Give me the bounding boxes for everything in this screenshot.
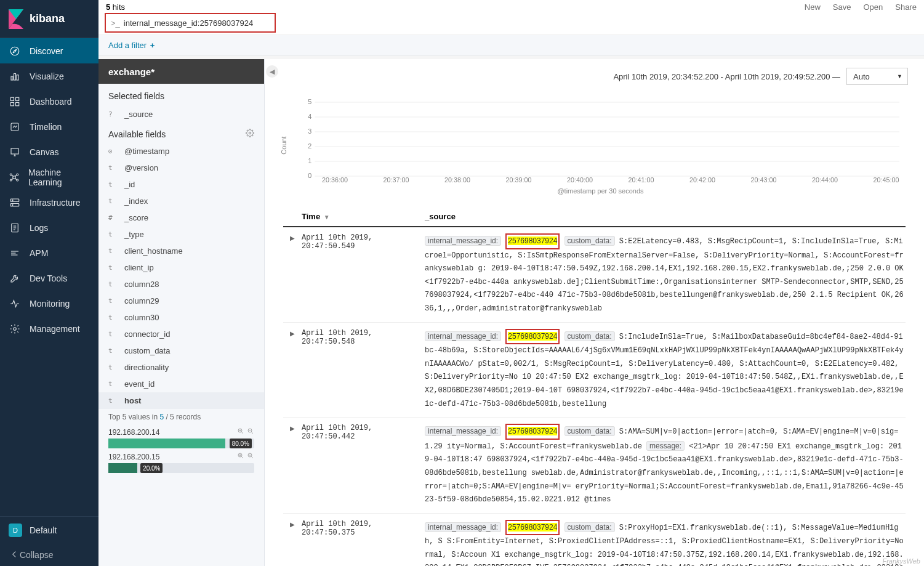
- svg-point-33: [14, 327, 17, 330]
- add-filter-button[interactable]: Add a filter +: [108, 41, 155, 50]
- field-item[interactable]: tconnector_id: [98, 326, 264, 342]
- bar-chart-icon: [9, 70, 21, 83]
- zoom-out-icon[interactable]: [247, 427, 254, 437]
- field-item[interactable]: thost: [98, 392, 264, 409]
- svg-marker-1: [13, 49, 17, 53]
- nav-apm[interactable]: APM: [0, 240, 98, 265]
- svg-rect-8: [16, 102, 19, 105]
- source-cell: internal_message_id: 257698037924 custom…: [425, 329, 906, 411]
- svg-rect-7: [10, 102, 14, 105]
- svg-text:20:37:00: 20:37:00: [383, 177, 409, 182]
- field-item[interactable]: ⊙@timestamp: [98, 143, 264, 160]
- svg-text:20:42:00: 20:42:00: [689, 177, 715, 182]
- open-button[interactable]: Open: [863, 2, 883, 12]
- field-badge: internal_message_id:: [425, 426, 501, 436]
- dashboard-icon: [9, 95, 21, 108]
- nav-monitoring[interactable]: Monitoring: [0, 291, 98, 316]
- search-input[interactable]: >_ internal_message_id:257698037924: [105, 13, 276, 33]
- svg-text:20:38:00: 20:38:00: [444, 177, 470, 182]
- chevron-left-icon: [9, 549, 20, 562]
- expand-row-icon[interactable]: ▶: [283, 520, 302, 566]
- field-item[interactable]: tclient_ip: [98, 259, 264, 276]
- interval-select[interactable]: Auto: [846, 68, 908, 85]
- nav-dev-tools[interactable]: Dev Tools: [0, 265, 98, 291]
- svg-line-41: [252, 432, 254, 434]
- svg-rect-10: [11, 148, 18, 154]
- field-item[interactable]: tevent_id: [98, 376, 264, 392]
- expand-row-icon[interactable]: ▶: [283, 424, 302, 507]
- space-label: Default: [30, 525, 57, 535]
- zoom-in-icon[interactable]: [237, 452, 244, 461]
- svg-point-24: [12, 200, 14, 201]
- svg-point-25: [12, 204, 14, 206]
- expand-row-icon[interactable]: ▶: [283, 329, 302, 411]
- table-row: ▶ April 10th 2019, 20:47:50.442 internal…: [283, 417, 906, 513]
- nav-timelion[interactable]: Timelion: [0, 114, 98, 139]
- top-values-header: Top 5 values in 5 / 5 records: [98, 409, 264, 425]
- logo[interactable]: kibana: [0, 0, 98, 38]
- space-badge: D: [9, 524, 22, 537]
- svg-text:3: 3: [308, 128, 311, 135]
- svg-text:2: 2: [308, 143, 311, 150]
- collapse-fields-icon[interactable]: ◀: [266, 65, 278, 78]
- nav-discover[interactable]: Discover: [0, 38, 98, 63]
- col-time-header[interactable]: Time ▼: [302, 212, 425, 221]
- selected-fields-header: Selected fields: [98, 84, 264, 106]
- nav-management[interactable]: Management: [0, 316, 98, 341]
- field-item[interactable]: t@version: [98, 160, 264, 176]
- svg-text:20:45:00: 20:45:00: [873, 177, 899, 182]
- nav-machine-learning[interactable]: Machine Learning: [0, 164, 98, 190]
- hits-label: hits: [113, 2, 125, 12]
- time-cell: April 10th 2019, 20:47:50.442: [302, 424, 425, 507]
- watermark: FrankysWeb: [882, 557, 920, 565]
- svg-line-38: [242, 432, 244, 434]
- svg-text:20:36:00: 20:36:00: [322, 177, 348, 182]
- field-item[interactable]: tdirectionality: [98, 359, 264, 376]
- gear-icon[interactable]: [246, 129, 254, 139]
- timelion-icon: [9, 121, 21, 133]
- field-item[interactable]: t_index: [98, 193, 264, 209]
- nav-logs[interactable]: Logs: [0, 215, 98, 240]
- field-item[interactable]: tcolumn29: [98, 293, 264, 309]
- col-source-header[interactable]: _source: [425, 212, 906, 221]
- brand-name: kibana: [30, 12, 65, 25]
- svg-rect-3: [14, 73, 16, 80]
- field-item[interactable]: tclient_hostname: [98, 243, 264, 259]
- svg-rect-5: [10, 97, 14, 100]
- nav-infrastructure[interactable]: Infrastructure: [0, 190, 98, 215]
- field-item[interactable]: tcustom_data: [98, 342, 264, 359]
- index-pattern-selector[interactable]: exchange*: [98, 59, 264, 84]
- time-range[interactable]: April 10th 2019, 20:34:52.200 - April 10…: [613, 72, 840, 81]
- svg-line-21: [15, 178, 17, 179]
- field-item[interactable]: tcolumn30: [98, 309, 264, 326]
- field-item[interactable]: t_id: [98, 176, 264, 193]
- expand-row-icon[interactable]: ▶: [283, 233, 302, 316]
- logs-icon: [9, 222, 21, 234]
- nav-dashboard[interactable]: Dashboard: [0, 89, 98, 114]
- zoom-out-icon[interactable]: [247, 452, 254, 461]
- field-item[interactable]: tcolumn28: [98, 276, 264, 293]
- svg-line-18: [12, 175, 13, 176]
- svg-rect-2: [11, 76, 13, 80]
- svg-line-48: [252, 457, 254, 459]
- field-item[interactable]: ?_source: [98, 106, 264, 123]
- table-row: ▶ April 10th 2019, 20:47:50.549 internal…: [283, 227, 906, 322]
- nav-visualize[interactable]: Visualize: [0, 63, 98, 89]
- space-selector[interactable]: D Default: [0, 517, 98, 544]
- collapse-nav[interactable]: Collapse: [0, 544, 98, 566]
- share-button[interactable]: Share: [895, 2, 917, 12]
- gear-icon: [9, 323, 21, 335]
- nav-canvas[interactable]: Canvas: [0, 139, 98, 164]
- svg-text:20:40:00: 20:40:00: [567, 177, 593, 182]
- svg-line-45: [242, 457, 244, 459]
- field-item[interactable]: t_type: [98, 226, 264, 243]
- field-item[interactable]: #_score: [98, 209, 264, 226]
- main-content: April 10th 2019, 20:34:52.200 - April 10…: [265, 59, 924, 566]
- zoom-in-icon[interactable]: [237, 427, 244, 437]
- svg-point-34: [249, 132, 251, 134]
- histogram-chart[interactable]: Count 012 345 20:36:0020:37:0020:38:0020…: [265, 90, 924, 201]
- new-button[interactable]: New: [805, 2, 821, 12]
- save-button[interactable]: Save: [833, 2, 851, 12]
- svg-point-0: [10, 47, 19, 55]
- apm-icon: [9, 247, 21, 259]
